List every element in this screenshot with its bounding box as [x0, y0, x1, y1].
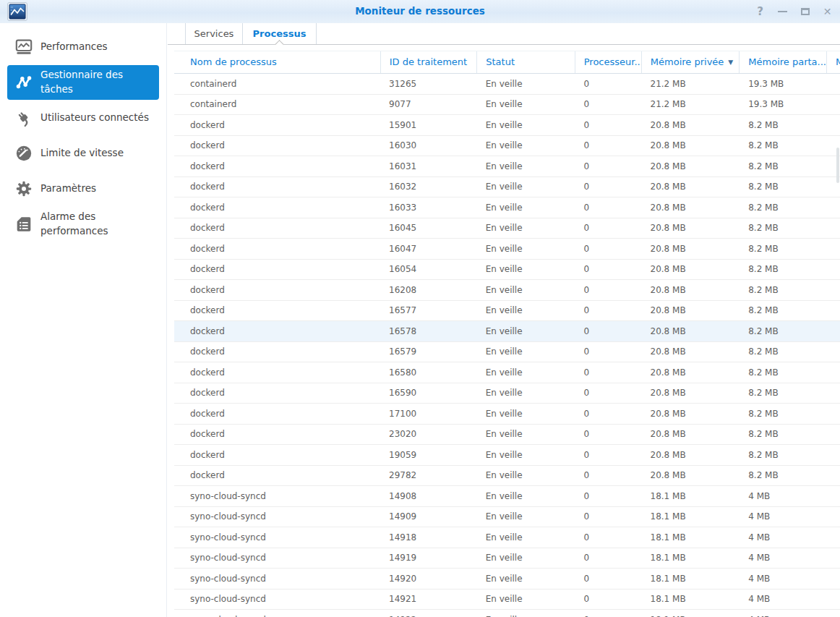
- cell-status: En veille: [477, 346, 575, 357]
- cell-name: dockerd: [174, 305, 380, 315]
- cell-pid: 29782: [380, 470, 477, 480]
- table-row[interactable]: syno-cloud-syncd14920En veille018.1 MB4 …: [174, 569, 840, 590]
- cell-pid: 16031: [380, 161, 477, 171]
- cell-cpu: 0: [575, 223, 641, 233]
- table-row[interactable]: dockerd23020En veille020.8 MB8.2 MB: [174, 425, 840, 446]
- cell-name: dockerd: [174, 182, 380, 192]
- cell-cpu: 0: [575, 532, 641, 542]
- cell-status: En veille: [477, 409, 575, 419]
- table-row[interactable]: dockerd17100En veille020.8 MB8.2 MB: [174, 404, 840, 425]
- gear-icon: [14, 179, 33, 198]
- sidebar-item-alarme-des-performances[interactable]: Alarme des performances: [7, 207, 159, 242]
- cell-private-memory: 20.8 MB: [642, 388, 740, 398]
- table-row[interactable]: dockerd16208En veille020.8 MB8.2 MB: [174, 280, 840, 301]
- cell-private-memory: 20.8 MB: [642, 223, 740, 233]
- cell-private-memory: 20.8 MB: [642, 326, 740, 336]
- cell-private-memory: 20.8 MB: [642, 120, 740, 130]
- sidebar: PerformancesGestionnaire des tâchesUtili…: [0, 23, 167, 617]
- column-header-statut[interactable]: Statut: [476, 51, 575, 73]
- cell-private-memory: 20.8 MB: [642, 305, 740, 315]
- column-header-id-de-traitement[interactable]: ID de traitement: [380, 51, 477, 73]
- column-header-label: Nom de processus: [190, 56, 277, 67]
- close-icon: ✕: [823, 6, 832, 17]
- column-header-m-moire-parta[interactable]: Mémoire parta...: [739, 51, 826, 73]
- process-table: Nom de processusID de traitementStatutPr…: [174, 51, 840, 617]
- column-header-m[interactable]: M: [826, 51, 840, 73]
- column-header-nom-de-processus[interactable]: Nom de processus: [174, 51, 380, 73]
- maximize-button[interactable]: [794, 1, 816, 22]
- cell-status: En veille: [477, 244, 575, 254]
- cell-name: syno-cloud-syncd: [174, 553, 380, 563]
- help-button[interactable]: ?: [749, 1, 771, 22]
- cell-private-memory: 20.8 MB: [642, 140, 740, 150]
- sidebar-item-performances[interactable]: Performances: [7, 30, 159, 64]
- cell-shared-memory: 8.2 MB: [740, 346, 827, 357]
- cell-cpu: 0: [575, 574, 641, 584]
- cell-pid: 14908: [380, 491, 477, 501]
- table-row[interactable]: dockerd16032En veille020.8 MB8.2 MB: [174, 177, 840, 198]
- table-row[interactable]: dockerd16579En veille020.8 MB8.2 MB: [174, 342, 840, 363]
- cell-name: dockerd: [174, 285, 380, 295]
- cell-pid: 16590: [380, 388, 477, 398]
- table-row[interactable]: syno-cloud-syncd14909En veille018.1 MB4 …: [174, 507, 840, 528]
- cell-name: dockerd: [174, 140, 380, 150]
- table-row[interactable]: dockerd16580En veille020.8 MB8.2 MB: [174, 362, 840, 383]
- sidebar-item-gestionnaire-des-t-ches[interactable]: Gestionnaire des tâches: [7, 65, 159, 100]
- minimize-button[interactable]: [771, 1, 794, 22]
- main-panel: ServicesProcessus Nom de processusID de …: [168, 23, 840, 617]
- sidebar-item-utilisateurs-connect-s[interactable]: Utilisateurs connectés: [7, 101, 159, 135]
- cell-shared-memory: 4 MB: [740, 574, 827, 584]
- cell-pid: 16054: [380, 264, 477, 274]
- performance-chart-icon: [14, 38, 33, 56]
- cell-name: dockerd: [174, 367, 380, 378]
- table-row[interactable]: dockerd16590En veille020.8 MB8.2 MB: [174, 383, 840, 404]
- table-row[interactable]: syno-cloud-syncd14918En veille018.1 MB4 …: [174, 527, 840, 548]
- table-row[interactable]: syno-cloud-syncd14908En veille018.1 MB4 …: [174, 486, 840, 507]
- table-row[interactable]: dockerd16577En veille020.8 MB8.2 MB: [174, 301, 840, 322]
- cell-pid: 16045: [380, 223, 477, 233]
- cell-name: dockerd: [174, 326, 380, 336]
- table-row[interactable]: dockerd15901En veille020.8 MB8.2 MB: [174, 115, 840, 136]
- sidebar-item-param-tres[interactable]: Paramètres: [7, 171, 159, 206]
- cell-shared-memory: 19.3 MB: [740, 99, 827, 109]
- column-header-label: Mémoire parta...: [748, 56, 826, 67]
- table-row[interactable]: dockerd16047En veille020.8 MB8.2 MB: [174, 239, 840, 260]
- table-row[interactable]: syno-cloud-syncd14919En veille018.1 MB4 …: [174, 548, 840, 569]
- cell-status: En veille: [477, 326, 575, 336]
- cell-cpu: 0: [575, 450, 641, 460]
- table-row[interactable]: dockerd16045En veille020.8 MB8.2 MB: [174, 218, 840, 239]
- column-header-label: ID de traitement: [390, 56, 467, 67]
- cell-shared-memory: 4 MB: [740, 532, 827, 542]
- cell-status: En veille: [477, 223, 575, 233]
- table-row[interactable]: dockerd16030En veille020.8 MB8.2 MB: [174, 136, 840, 157]
- table-row[interactable]: dockerd16054En veille020.8 MB8.2 MB: [174, 260, 840, 281]
- vertical-scrollbar[interactable]: [836, 148, 839, 183]
- cell-private-memory: 20.8 MB: [642, 367, 740, 378]
- table-row[interactable]: containerd9077En veille021.2 MB19.3 MB: [174, 95, 840, 116]
- cell-status: En veille: [477, 367, 575, 378]
- column-header-m-moire-priv-e[interactable]: Mémoire privée▼: [641, 51, 740, 73]
- tab-services[interactable]: Services: [185, 23, 243, 44]
- cell-pid: 14920: [380, 574, 477, 584]
- cell-status: En veille: [477, 553, 575, 563]
- table-row[interactable]: syno-cloud-syncd14922En veille018.1 MB4 …: [174, 610, 840, 617]
- table-row[interactable]: dockerd29782En veille020.8 MB8.2 MB: [174, 466, 840, 487]
- table-row[interactable]: dockerd19059En veille020.8 MB8.2 MB: [174, 445, 840, 466]
- sidebar-item-limite-de-vitesse[interactable]: Limite de vitesse: [7, 136, 159, 171]
- cell-status: En veille: [477, 532, 575, 542]
- cell-pid: 14909: [380, 511, 477, 522]
- table-row[interactable]: dockerd16031En veille020.8 MB8.2 MB: [174, 156, 840, 177]
- column-header-processeur[interactable]: Processeur...: [575, 51, 641, 73]
- cell-shared-memory: 8.2 MB: [740, 388, 827, 398]
- cell-name: syno-cloud-syncd: [174, 574, 380, 584]
- cell-name: dockerd: [174, 450, 380, 460]
- table-row[interactable]: syno-cloud-syncd14921En veille018.1 MB4 …: [174, 590, 840, 610]
- close-button[interactable]: ✕: [816, 1, 839, 22]
- table-row[interactable]: containerd31265En veille021.2 MB19.3 MB: [174, 74, 840, 95]
- table-row[interactable]: dockerd16578En veille020.8 MB8.2 MB: [174, 321, 840, 342]
- table-row[interactable]: dockerd16033En veille020.8 MB8.2 MB: [174, 197, 840, 218]
- cell-private-memory: 18.1 MB: [642, 553, 740, 563]
- cell-name: dockerd: [174, 388, 380, 398]
- title-bar: Moniteur de ressources ? ✕: [0, 0, 840, 23]
- cell-status: En veille: [477, 305, 575, 315]
